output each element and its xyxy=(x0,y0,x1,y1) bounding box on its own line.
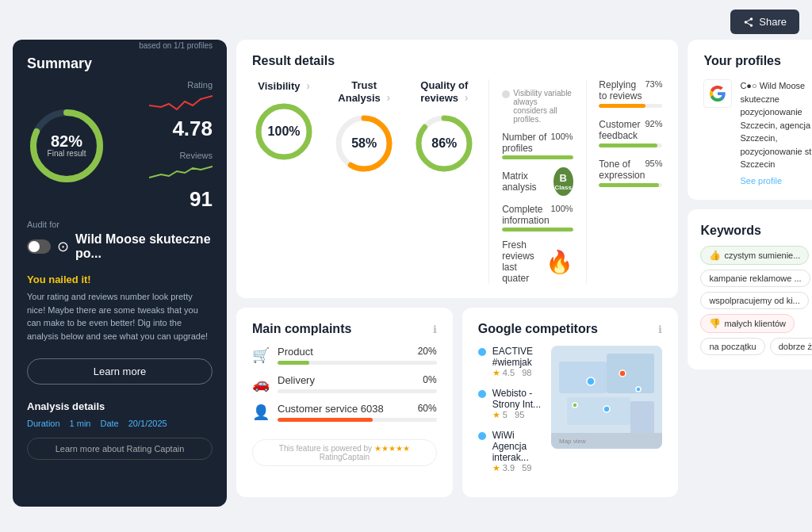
google-competitors-card: Google competitors ℹ EACTIVE #wiemjak ★ … xyxy=(462,308,679,497)
see-profile-link[interactable]: See profile xyxy=(740,176,812,186)
visibility-pct: 100% xyxy=(268,124,301,138)
share-button[interactable]: Share xyxy=(730,10,799,34)
svg-point-17 xyxy=(573,403,577,408)
keyword-tag-3[interactable]: wspolpracujemy od ki... xyxy=(700,292,808,309)
quality-label: Quality of reviews xyxy=(420,79,468,104)
svg-point-14 xyxy=(619,370,626,377)
svg-rect-10 xyxy=(607,354,654,393)
comp-name-2: Webisto - Strony Int... xyxy=(492,388,544,410)
complaint-delivery: 🚗 Delivery 0% xyxy=(252,374,437,393)
rating-chart xyxy=(149,90,213,113)
reviews-label: Reviews xyxy=(149,151,213,160)
business-name: Wild Moose skuteczne po... xyxy=(75,232,213,261)
keyword-tag-4[interactable]: 👎 małych klientów xyxy=(700,314,795,333)
learn-more-link-button[interactable]: Learn more about Rating Captain xyxy=(27,438,213,460)
matrix-row: Matrix analysis B Class xyxy=(502,167,573,196)
complete-info-row: Complete information 100% xyxy=(502,204,573,232)
competitor-item: EACTIVE #wiemjak ★ 4.5 98 xyxy=(478,346,544,378)
trust-chevron[interactable]: › xyxy=(386,91,390,104)
nailed-desc: Your rating and reviews number look pret… xyxy=(27,290,213,343)
quality-donut: 86% xyxy=(412,112,476,175)
svg-rect-11 xyxy=(567,397,630,425)
comp-name-3: WiWi Agencja interak... xyxy=(492,430,544,463)
product-label: Product xyxy=(278,346,413,358)
svg-point-16 xyxy=(636,387,641,392)
keyword-tag-6[interactable]: dobrze że xyxy=(770,338,812,355)
final-result-donut: 82% Final result xyxy=(27,106,106,186)
svg-point-15 xyxy=(603,406,610,412)
fresh-reviews-row: Fresh reviews last quater 🔥 xyxy=(502,239,573,284)
svg-text:Map view: Map view xyxy=(559,438,586,445)
quality-chevron[interactable]: › xyxy=(465,91,469,104)
keywords-card: Keywords ℹ 👍 czystym sumienie... kampani… xyxy=(688,209,812,369)
thumbs-up-icon: 👍 xyxy=(709,250,721,261)
keyword-tag-2[interactable]: kampanie reklamowe ... xyxy=(700,270,810,287)
share-icon xyxy=(743,17,754,28)
thumbs-down-icon: 👎 xyxy=(709,318,721,329)
delivery-label: Delivery xyxy=(278,374,413,386)
share-label: Share xyxy=(759,16,787,28)
analysis-title: Analysis details xyxy=(27,400,213,412)
google-logo xyxy=(703,79,732,108)
final-result-label: Final result xyxy=(48,149,86,159)
keywords-tags: 👍 czystym sumienie... kampanie reklamowe… xyxy=(700,246,812,355)
visibility-note: Visibility variable always considers all… xyxy=(513,89,573,124)
comp-dot xyxy=(478,432,486,440)
summary-card: Summary based on 1/1 profiles 82% Final … xyxy=(13,40,227,507)
complaint-product: 🛒 Product 20% xyxy=(252,346,437,365)
customer-service-icon: 👤 xyxy=(252,404,270,421)
competitors-list: EACTIVE #wiemjak ★ 4.5 98 Webisto - Stro… xyxy=(478,346,544,483)
analysis-details: Analysis details Duration 1 min Date 20/… xyxy=(27,400,213,460)
product-icon: 🛒 xyxy=(252,346,270,364)
trust-pct: 58% xyxy=(351,136,377,150)
rating-label: Rating xyxy=(149,80,213,90)
competitors-map: Map view xyxy=(551,346,662,449)
learn-more-button[interactable]: Learn more xyxy=(27,358,213,385)
complaint-customer-service: 👤 Customer service 6038 60% xyxy=(252,403,437,422)
delivery-icon: 🚗 xyxy=(252,375,270,392)
tone-metric: Tone of expression 95% xyxy=(599,159,662,187)
toggle-switch[interactable] xyxy=(27,239,51,254)
complaints-info-icon[interactable]: ℹ xyxy=(433,323,437,335)
audit-for-label: Audit for xyxy=(27,220,213,229)
keywords-title: Keywords xyxy=(700,224,760,238)
product-pct: 20% xyxy=(413,346,437,358)
competitors-info-icon[interactable]: ℹ xyxy=(658,323,662,335)
your-profiles-title: Your profiles xyxy=(703,54,781,68)
customer-service-pct: 60% xyxy=(413,403,437,415)
svg-point-13 xyxy=(587,377,595,385)
matrix-grade: B Class xyxy=(553,167,573,196)
profile-name: C●○ Wild Moose skuteczne pozycjonowanie … xyxy=(740,79,812,171)
summary-title: Summary xyxy=(27,55,92,72)
reviews-chart xyxy=(149,160,213,184)
visibility-label: Visibility xyxy=(258,80,300,92)
reviews-value: 91 xyxy=(149,187,213,212)
main-complaints-card: Main complaints ℹ 🛒 Product 20% xyxy=(236,308,453,497)
customer-feedback-metric: Customer feedback 92% xyxy=(599,119,662,147)
comp-name-1: EACTIVE #wiemjak xyxy=(492,346,544,368)
google-competitors-title: Google competitors xyxy=(478,322,598,336)
svg-rect-12 xyxy=(630,401,654,437)
info-dot xyxy=(502,90,510,98)
keyword-tag-1[interactable]: 👍 czystym sumienie... xyxy=(700,246,809,265)
keyword-tag-5[interactable]: na początku xyxy=(700,338,764,355)
trust-label: Trust Analysis xyxy=(338,79,380,104)
final-result-pct: 82% xyxy=(48,133,86,149)
result-details-card: Result details Visibility › xyxy=(236,40,678,298)
trust-donut: 58% xyxy=(332,112,396,175)
rating-value: 4.78 xyxy=(149,117,213,141)
visibility-donut: 100% xyxy=(252,100,316,163)
powered-by: This feature is powered by ★★★★★ RatingC… xyxy=(252,439,437,466)
visibility-chevron[interactable]: › xyxy=(306,79,310,92)
comp-dot xyxy=(478,390,486,398)
number-of-profiles-row: Number of profiles 100% xyxy=(502,132,573,159)
main-complaints-title: Main complaints xyxy=(252,322,351,336)
your-profiles-card: Your profiles C●○ Wild Moose skuteczne p… xyxy=(688,40,812,200)
comp-dot xyxy=(478,348,486,356)
delivery-pct: 0% xyxy=(413,374,437,386)
quality-pct: 86% xyxy=(431,136,457,150)
svg-rect-9 xyxy=(559,362,607,393)
toggle-icon: ⊙ xyxy=(57,238,69,255)
stars: ★★★★★ xyxy=(374,444,410,453)
based-on-label: based on 1/1 profiles xyxy=(139,41,213,50)
